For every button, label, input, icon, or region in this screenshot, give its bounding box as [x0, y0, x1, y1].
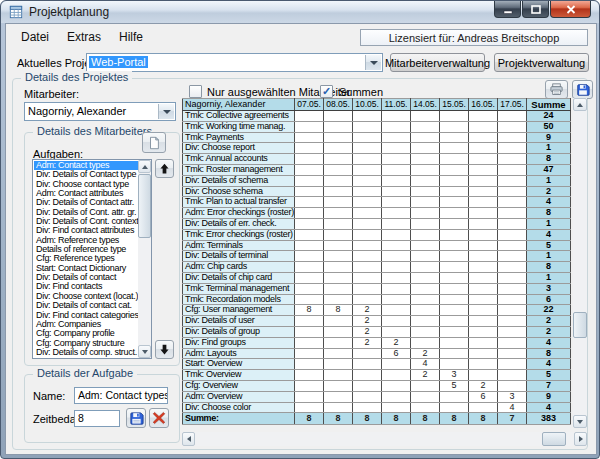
- hours-cell[interactable]: [440, 359, 469, 370]
- time-required-field[interactable]: 8: [74, 410, 120, 427]
- hours-cell[interactable]: [469, 262, 498, 273]
- hours-cell[interactable]: [324, 154, 353, 165]
- hours-cell[interactable]: [295, 208, 324, 219]
- hours-cell[interactable]: [295, 326, 324, 337]
- hours-cell[interactable]: [440, 197, 469, 208]
- hours-cell[interactable]: [324, 121, 353, 132]
- hours-cell[interactable]: [498, 121, 527, 132]
- hours-cell[interactable]: [411, 218, 440, 229]
- hours-cell[interactable]: [469, 218, 498, 229]
- hours-cell[interactable]: [440, 262, 469, 273]
- hours-cell[interactable]: [324, 175, 353, 186]
- hours-cell[interactable]: [382, 208, 411, 219]
- hours-cell[interactable]: [353, 359, 382, 370]
- hours-cell[interactable]: [295, 197, 324, 208]
- export-save-button[interactable]: [572, 80, 593, 99]
- hours-cell[interactable]: [295, 229, 324, 240]
- task-name-cell[interactable]: Div: Details of chip card: [183, 272, 295, 283]
- table-scroll-left[interactable]: [182, 432, 195, 446]
- hours-cell[interactable]: [411, 251, 440, 262]
- hours-cell[interactable]: [411, 272, 440, 283]
- list-item[interactable]: Div: Details of Cont. attr. gr.: [34, 208, 138, 217]
- task-name-cell[interactable]: Div: Details of terminal: [183, 251, 295, 262]
- hours-cell[interactable]: [295, 402, 324, 413]
- hours-cell[interactable]: [324, 283, 353, 294]
- hours-cell[interactable]: [353, 240, 382, 251]
- hours-cell[interactable]: [440, 121, 469, 132]
- hours-cell[interactable]: [382, 262, 411, 273]
- hours-cell[interactable]: [411, 175, 440, 186]
- hours-cell[interactable]: [324, 262, 353, 273]
- hours-cell[interactable]: 6: [469, 391, 498, 402]
- hours-cell[interactable]: [498, 143, 527, 154]
- hours-cell[interactable]: [295, 348, 324, 359]
- hours-cell[interactable]: [469, 164, 498, 175]
- hours-cell[interactable]: [382, 402, 411, 413]
- hours-cell[interactable]: [382, 326, 411, 337]
- hours-cell[interactable]: [295, 154, 324, 165]
- hours-cell[interactable]: [440, 294, 469, 305]
- hours-cell[interactable]: [498, 337, 527, 348]
- hours-cell[interactable]: [411, 391, 440, 402]
- list-item[interactable]: Div: Find contacts: [34, 282, 138, 291]
- hours-cell[interactable]: [353, 229, 382, 240]
- hours-cell[interactable]: 3: [440, 370, 469, 381]
- hours-cell[interactable]: [353, 402, 382, 413]
- task-name-cell[interactable]: Div: Details of user: [183, 316, 295, 327]
- hours-cell[interactable]: [382, 154, 411, 165]
- hours-cell[interactable]: [440, 208, 469, 219]
- task-name-cell[interactable]: Tmk: Terminal management: [183, 283, 295, 294]
- list-item[interactable]: Start: Contact Dictionary: [34, 264, 138, 273]
- hours-cell[interactable]: [353, 391, 382, 402]
- hours-cell[interactable]: [295, 316, 324, 327]
- hours-cell[interactable]: [411, 208, 440, 219]
- save-task-button[interactable]: [126, 408, 146, 428]
- hours-cell[interactable]: [353, 370, 382, 381]
- task-name-cell[interactable]: Cfg: User management: [183, 305, 295, 316]
- hours-cell[interactable]: [382, 283, 411, 294]
- hours-cell[interactable]: [411, 283, 440, 294]
- hours-cell[interactable]: [498, 240, 527, 251]
- new-task-button[interactable]: [142, 132, 166, 153]
- task-name-cell[interactable]: Adm: Layouts: [183, 348, 295, 359]
- task-name-cell[interactable]: Tmk: Collective agreements: [183, 111, 295, 122]
- hours-cell[interactable]: 2: [469, 380, 498, 391]
- table-scroll-right[interactable]: [574, 432, 587, 446]
- hours-cell[interactable]: [324, 326, 353, 337]
- hours-cell[interactable]: [411, 380, 440, 391]
- task-name-cell[interactable]: Tmk: Roster management: [183, 164, 295, 175]
- mitarbeiterverwaltung-button[interactable]: Mitarbeiterverwaltung: [390, 53, 485, 72]
- hours-cell[interactable]: [498, 197, 527, 208]
- hours-cell[interactable]: [498, 132, 527, 143]
- task-name-cell[interactable]: Adm: Overview: [183, 391, 295, 402]
- menu-item-hilfe[interactable]: Hilfe: [110, 28, 152, 46]
- hours-cell[interactable]: [440, 337, 469, 348]
- hours-cell[interactable]: [411, 154, 440, 165]
- hours-cell[interactable]: [295, 283, 324, 294]
- list-item[interactable]: Cfg: Company profile: [34, 329, 138, 338]
- hours-cell[interactable]: [295, 380, 324, 391]
- hours-cell[interactable]: [324, 337, 353, 348]
- task-name-cell[interactable]: Tmk: Error checkings (roster): [183, 229, 295, 240]
- hours-cell[interactable]: [382, 305, 411, 316]
- list-item[interactable]: Div: Details of Contact type: [34, 170, 138, 179]
- task-name-cell[interactable]: Div: Details of group: [183, 326, 295, 337]
- hours-cell[interactable]: [324, 402, 353, 413]
- hours-cell[interactable]: [353, 348, 382, 359]
- hours-cell[interactable]: [440, 132, 469, 143]
- employee-combobox[interactable]: Nagorniy, Alexander: [24, 102, 176, 121]
- hours-cell[interactable]: [440, 175, 469, 186]
- hours-cell[interactable]: [440, 251, 469, 262]
- hours-cell[interactable]: [382, 380, 411, 391]
- task-name-cell[interactable]: Adm: Terminals: [183, 240, 295, 251]
- projektverwaltung-button[interactable]: Projektverwaltung: [494, 53, 589, 72]
- hours-cell[interactable]: [469, 175, 498, 186]
- hours-cell[interactable]: [469, 251, 498, 262]
- hours-cell[interactable]: [469, 337, 498, 348]
- hours-cell[interactable]: 4: [498, 402, 527, 413]
- hours-cell[interactable]: [469, 316, 498, 327]
- hours-cell[interactable]: [498, 380, 527, 391]
- hours-cell[interactable]: [324, 316, 353, 327]
- hours-cell[interactable]: [498, 359, 527, 370]
- task-name-cell[interactable]: Adm: Chip cards: [183, 262, 295, 273]
